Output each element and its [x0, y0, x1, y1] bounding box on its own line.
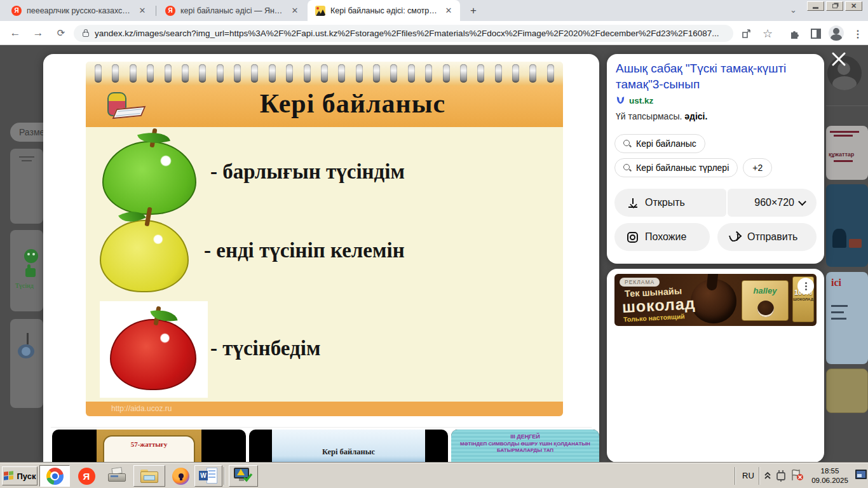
- spiral-binding: [86, 62, 563, 86]
- related-images-strip: 57-жаттығу Кері байланыс ІІІ ДЕҢГЕЙ МӘТІ…: [43, 430, 599, 463]
- ad-panel: РЕКЛАМА Тек шынайы шоколад Только настоя…: [607, 269, 824, 463]
- tray-expand-chevron-icon[interactable]: [764, 470, 771, 483]
- main-image-slide[interactable]: Кері байланыс - барлығын түсіндім - енді…: [86, 62, 563, 416]
- related-caption: Кері байланыс: [272, 447, 425, 457]
- size-dropdown-button[interactable]: 960×720: [728, 189, 817, 217]
- background-thumbnail: [10, 319, 43, 408]
- address-bar[interactable]: yandex.kz/images/search?img_url=https%3A…: [74, 25, 733, 42]
- tab-title: кері байланыс әдісі — Яндекс: наш: [180, 6, 285, 15]
- yellow-apple-illustration: [100, 220, 189, 292]
- tab-title: пеееарлчик русско-казахский пере: [27, 6, 132, 15]
- tab-close-icon[interactable]: ✕: [444, 6, 454, 15]
- snippet-text: Үй тапсырмасы. әдісі.: [616, 111, 707, 121]
- related-image-3[interactable]: ІІІ ДЕҢГЕЙ МӘТІНДЕП СИМВОЛДЫ ӨШІРУ ҮШІН …: [451, 430, 599, 463]
- tab-translator[interactable]: Я пеееарлчик русско-казахский пере ✕: [4, 0, 154, 21]
- tab-close-icon[interactable]: ✕: [137, 6, 147, 15]
- clock-time: 18:55: [810, 466, 850, 476]
- back-icon[interactable]: ←: [8, 25, 23, 41]
- query-chip-2[interactable]: Кері байланыс түрлері: [614, 158, 738, 177]
- taskbar-clock[interactable]: 18:55 09.06.2025: [810, 466, 850, 485]
- tray-plug-icon[interactable]: [775, 469, 787, 484]
- folder-icon: [140, 470, 158, 483]
- taskbar-chrome-button[interactable]: [39, 465, 70, 487]
- source-domain: ust.kz: [629, 96, 653, 105]
- taskbar-utility-button[interactable]: [229, 465, 258, 487]
- extensions-puzzle-icon[interactable]: [787, 26, 802, 41]
- yandex-favicon-icon: Я: [11, 6, 22, 16]
- cookie-illustration: [757, 301, 774, 317]
- send-button[interactable]: Отправить: [717, 223, 817, 251]
- slide-title-band: Кері байланыс: [86, 86, 563, 127]
- taskbar-folder-button[interactable]: [133, 465, 165, 487]
- slide-row-text: - түсінбедім: [210, 337, 320, 360]
- tab-close-icon[interactable]: ✕: [290, 6, 300, 15]
- more-chips-chip[interactable]: +2: [743, 158, 772, 177]
- taskbar: Пуск Я W RU: [0, 463, 868, 488]
- yandex-favicon-icon: Я: [165, 6, 175, 16]
- source-row[interactable]: ust.kz: [616, 96, 653, 105]
- yandex-browser-icon: Я: [78, 468, 95, 485]
- bookmark-star-icon[interactable]: ☆: [760, 26, 775, 41]
- chevron-down-icon: [798, 198, 806, 206]
- new-tab-button[interactable]: +: [466, 3, 481, 18]
- tray-separator: [735, 467, 736, 485]
- share-icon[interactable]: [738, 26, 754, 41]
- slide-footer-band: http://aida.ucoz.ru: [86, 402, 563, 416]
- slide-row-text: - барлығын түсіндім: [210, 160, 405, 184]
- tab-search-chevron-icon[interactable]: ⌄: [790, 5, 797, 15]
- forward-icon[interactable]: →: [31, 25, 46, 41]
- yandex-images-favicon-icon: [315, 6, 325, 16]
- taskbar-secure-browser-button[interactable]: [168, 465, 193, 487]
- ad-banner[interactable]: РЕКЛАМА Тек шынайы шоколад Только настоя…: [614, 274, 817, 326]
- tab-title: Кері байланыс әдісі: смотрите и ск: [330, 6, 438, 15]
- taskbar-yandex-button[interactable]: Я: [72, 465, 100, 487]
- download-icon: [628, 198, 637, 208]
- taskbar-printer-button[interactable]: [103, 465, 131, 487]
- background-thumbnail: [826, 184, 868, 267]
- menu-dots-icon[interactable]: ⋮: [850, 26, 865, 41]
- search-icon: [623, 140, 632, 148]
- tab-divider: [156, 6, 156, 16]
- related-caption: 57-жаттығу: [103, 435, 195, 463]
- related-image-1[interactable]: 57-жаттығу: [52, 430, 246, 463]
- tray-separator: [759, 467, 760, 485]
- tab-image-viewer-active[interactable]: Кері байланыс әдісі: смотрите и ск ✕: [308, 0, 460, 21]
- product-box: halley: [742, 280, 789, 321]
- red-apple-illustration: [110, 319, 196, 390]
- green-apple-illustration: [102, 141, 196, 215]
- slide-watermark: http://aida.ucoz.ru: [111, 404, 172, 413]
- red-apple-background: [100, 301, 208, 398]
- restore-button[interactable]: [826, 1, 843, 11]
- sidebar-icon[interactable]: [808, 26, 824, 41]
- similar-images-button[interactable]: Похожие: [614, 223, 710, 251]
- minimize-button[interactable]: [807, 1, 824, 11]
- reload-icon[interactable]: ⟳: [53, 25, 69, 41]
- close-window-button[interactable]: ✕: [845, 1, 862, 11]
- ustkz-logo-icon: [616, 96, 625, 105]
- language-indicator[interactable]: RU: [742, 471, 754, 480]
- profile-avatar[interactable]: [829, 25, 844, 41]
- word-icon: W: [199, 468, 218, 484]
- windows-logo-icon: [4, 471, 14, 481]
- tray-network-flag-icon[interactable]: [790, 469, 804, 484]
- related-caption: ІІІ ДЕҢГЕЙ МӘТІНДЕП СИМВОЛДЫ ӨШІРУ ҮШІН …: [451, 430, 599, 463]
- related-image-2[interactable]: Кері байланыс: [249, 430, 448, 463]
- taskbar-word-button[interactable]: W: [194, 465, 222, 487]
- background-thumbnail: [10, 149, 43, 224]
- start-button[interactable]: Пуск: [2, 466, 37, 485]
- system-utility-icon: [234, 468, 253, 484]
- tab-search[interactable]: Я кері байланыс әдісі — Яндекс: наш ✕: [158, 0, 306, 21]
- ad-badge: РЕКЛАМА: [620, 278, 660, 287]
- ad-menu-dots-icon[interactable]: [797, 278, 814, 294]
- open-button[interactable]: Открыть: [614, 189, 726, 217]
- window-controls: ✕: [807, 1, 862, 11]
- show-desktop-button[interactable]: [855, 470, 867, 479]
- slide-title: Кері байланыс: [175, 88, 531, 119]
- query-chip-1[interactable]: Кері байланыс: [614, 134, 705, 153]
- search-icon: [623, 164, 632, 172]
- lock-icon: [83, 32, 89, 37]
- close-viewer-icon[interactable]: [830, 50, 848, 68]
- result-title-link[interactable]: Ашық сабақ "Түскі тамақ-күшті тамақ"3-сы…: [616, 60, 810, 92]
- printer-icon: [108, 469, 126, 483]
- image-info-panel: Ашық сабақ "Түскі тамақ-күшті тамақ"3-сы…: [607, 54, 824, 264]
